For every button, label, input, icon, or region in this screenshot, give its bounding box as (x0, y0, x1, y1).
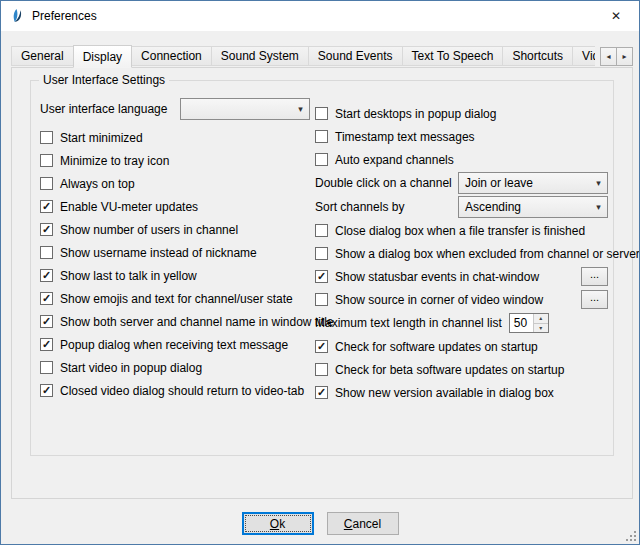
checkbox[interactable] (315, 130, 328, 143)
ui-settings-group: User Interface Settings User interface l… (30, 80, 614, 456)
checkbox[interactable]: ✓ (40, 200, 53, 213)
checkbox-label: Show last to talk in yellow (60, 269, 197, 283)
dropdown-value: Ascending (459, 200, 521, 214)
checkbox-row[interactable]: Timestamp text messages (315, 125, 608, 148)
number-spinbox[interactable]: 50▴▾ (509, 313, 549, 333)
ellipsis-button[interactable]: ... (581, 290, 608, 309)
field-label: Maximum text length in channel list (315, 316, 502, 330)
chevron-down-icon: ▾ (590, 202, 607, 212)
checkbox-label: Show a dialog box when excluded from cha… (335, 247, 640, 261)
right-column: Start desktops in popup dialogTimestamp … (315, 102, 608, 404)
select-row: Sort channels byAscending▾ (315, 195, 608, 219)
checkbox[interactable] (315, 247, 328, 260)
checkbox[interactable] (315, 363, 328, 376)
tab-scroll-buttons: ◂ ▸ (600, 47, 633, 66)
language-dropdown[interactable]: ▾ (180, 98, 310, 120)
resize-grip[interactable] (624, 529, 637, 542)
tab-text-to-speech[interactable]: Text To Speech (402, 46, 504, 66)
checkbox-row[interactable]: Close dialog box when a file transfer is… (315, 219, 608, 242)
checkbox[interactable] (40, 177, 53, 190)
checkbox-row[interactable]: ✓Show number of users in channel (40, 218, 312, 241)
checkbox[interactable] (40, 131, 53, 144)
checkbox-label: Close dialog box when a file transfer is… (335, 224, 585, 238)
checkbox[interactable]: ✓ (40, 384, 53, 397)
checkbox-label: Enable VU-meter updates (60, 200, 198, 214)
checkbox-label: Show new version available in dialog box (335, 386, 554, 400)
tab-video[interactable]: Video (572, 46, 595, 66)
checkbox-label: Timestamp text messages (335, 130, 475, 144)
window-title: Preferences (32, 9, 97, 23)
checkbox-label: Popup dialog when receiving text message (60, 338, 288, 352)
checkbox[interactable]: ✓ (40, 315, 53, 328)
spin-up-button[interactable]: ▴ (534, 314, 548, 323)
tab-scroll-right-button[interactable]: ▸ (616, 47, 633, 66)
checkbox-label: Check for software updates on startup (335, 340, 538, 354)
checkbox[interactable]: ✓ (315, 270, 328, 283)
checkbox-row[interactable]: Minimize to tray icon (40, 149, 312, 172)
chevron-down-icon: ▾ (590, 178, 607, 188)
cancel-button-label: Cancel (344, 517, 381, 531)
checkbox-row[interactable]: Show username instead of nickname (40, 241, 312, 264)
footer: Ok Cancel (1, 512, 639, 535)
checkbox-row[interactable]: Start video in popup dialog (40, 356, 312, 379)
display-tab-panel: User Interface Settings User interface l… (11, 67, 633, 499)
checkbox-row[interactable]: ✓Show both server and channel name in wi… (40, 310, 312, 333)
checkbox-label: Closed video dialog should return to vid… (60, 384, 304, 398)
tab-scroll-left-button[interactable]: ◂ (600, 47, 617, 66)
checkbox-label: Start desktops in popup dialog (335, 107, 496, 121)
checkbox[interactable] (40, 361, 53, 374)
left-column-checkboxes: Start minimizedMinimize to tray iconAlwa… (40, 126, 312, 402)
tab-sound-events[interactable]: Sound Events (308, 46, 403, 66)
tab-sound-system[interactable]: Sound System (211, 46, 309, 66)
tab-shortcuts[interactable]: Shortcuts (502, 46, 573, 66)
close-button[interactable]: ✕ (593, 1, 639, 31)
checkbox-row[interactable]: ✓Show statusbar events in chat-window... (315, 265, 608, 288)
checkbox-row[interactable]: Always on top (40, 172, 312, 195)
checkbox-label: Always on top (60, 177, 135, 191)
field-label: Sort channels by (315, 200, 404, 214)
select-row: Double click on a channelJoin or leave▾ (315, 171, 608, 195)
checkbox[interactable] (40, 154, 53, 167)
ellipsis-button[interactable]: ... (581, 267, 608, 286)
tab-connection[interactable]: Connection (131, 46, 212, 66)
checkbox[interactable]: ✓ (40, 338, 53, 351)
spinbox-row: Maximum text length in channel list50▴▾ (315, 311, 608, 335)
checkbox-row[interactable]: ✓Show new version available in dialog bo… (315, 381, 608, 404)
checkbox[interactable] (315, 224, 328, 237)
checkbox[interactable] (40, 246, 53, 259)
app-logo-icon (9, 8, 25, 24)
checkbox-row[interactable]: Show a dialog box when excluded from cha… (315, 242, 608, 265)
checkbox-row[interactable]: ✓Show last to talk in yellow (40, 264, 312, 287)
checkbox[interactable]: ✓ (315, 340, 328, 353)
checkbox[interactable]: ✓ (40, 223, 53, 236)
checkbox[interactable] (315, 153, 328, 166)
cancel-button[interactable]: Cancel (327, 512, 399, 535)
checkbox-row[interactable]: Show source in corner of video window... (315, 288, 608, 311)
spin-down-button[interactable]: ▾ (534, 323, 548, 333)
checkbox[interactable]: ✓ (40, 292, 53, 305)
ok-button[interactable]: Ok (242, 512, 314, 535)
checkbox-row[interactable]: ✓Show emojis and text for channel/user s… (40, 287, 312, 310)
checkbox-row[interactable]: ✓Check for software updates on startup (315, 335, 608, 358)
checkbox-row[interactable]: ✓Enable VU-meter updates (40, 195, 312, 218)
checkbox-row[interactable]: ✓Closed video dialog should return to vi… (40, 379, 312, 402)
dropdown[interactable]: Join or leave▾ (458, 172, 608, 194)
left-column: User interface language ▾ Start minimize… (40, 97, 312, 402)
checkbox-row[interactable]: ✓Popup dialog when receiving text messag… (40, 333, 312, 356)
checkbox[interactable] (315, 293, 328, 306)
tab-general[interactable]: General (11, 46, 74, 66)
dropdown[interactable]: Ascending▾ (458, 196, 608, 218)
checkbox-label: Auto expand channels (335, 153, 454, 167)
tab-display[interactable]: Display (73, 45, 132, 68)
checkbox-row[interactable]: Start desktops in popup dialog (315, 102, 608, 125)
checkbox-label: Start video in popup dialog (60, 361, 202, 375)
titlebar[interactable]: Preferences ✕ (1, 1, 639, 31)
checkbox-row[interactable]: Check for beta software updates on start… (315, 358, 608, 381)
checkbox[interactable]: ✓ (315, 386, 328, 399)
checkbox[interactable] (315, 107, 328, 120)
checkbox-row[interactable]: Start minimized (40, 126, 312, 149)
spinbox-value: 50 (510, 314, 533, 332)
checkbox[interactable]: ✓ (40, 269, 53, 282)
checkbox-label: Minimize to tray icon (60, 154, 169, 168)
checkbox-row[interactable]: Auto expand channels (315, 148, 608, 171)
